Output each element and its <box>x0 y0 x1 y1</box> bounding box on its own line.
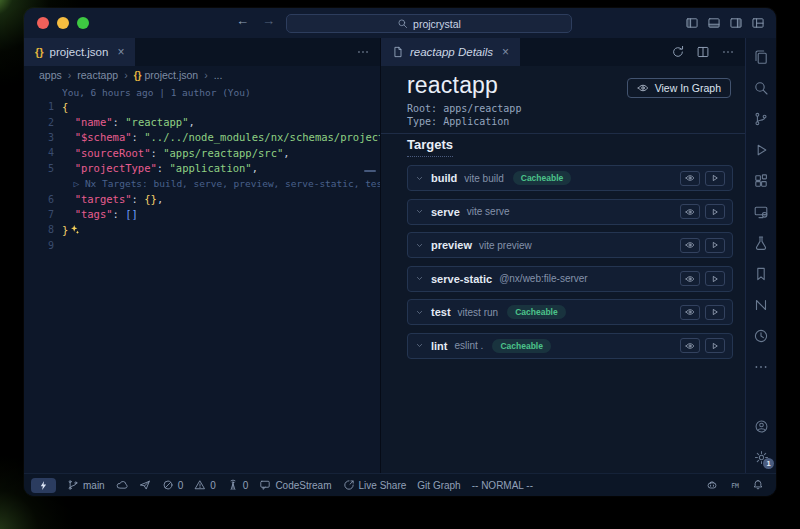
status-git-branch[interactable]: main <box>67 479 105 491</box>
activity-run-debug[interactable] <box>746 134 776 165</box>
refresh-icon[interactable] <box>671 45 685 59</box>
show-config-button[interactable] <box>680 171 700 186</box>
split-editor-icon[interactable] <box>696 45 710 59</box>
minimize-window-button[interactable] <box>57 17 69 29</box>
chevron-down-icon[interactable] <box>415 308 424 317</box>
code-line: 8} <box>24 222 380 237</box>
status-bird[interactable] <box>139 479 151 491</box>
target-row-test[interactable]: testvitest runCacheable <box>407 299 733 325</box>
show-config-button[interactable] <box>680 338 700 353</box>
view-in-graph-button[interactable]: View In Graph <box>627 78 731 98</box>
status-label: 0 <box>178 480 184 491</box>
show-config-button[interactable] <box>680 204 700 219</box>
activity-remote-explorer[interactable] <box>746 196 776 227</box>
status-fm[interactable]: FM <box>729 479 741 491</box>
status-radio-tower[interactable]: 0 <box>227 479 249 491</box>
status-copilot[interactable] <box>706 479 718 491</box>
activity-source-control[interactable] <box>746 103 776 134</box>
more-icon[interactable] <box>721 45 735 59</box>
layout-panel-icon[interactable] <box>707 16 721 30</box>
history-icon <box>753 328 769 344</box>
target-row-lint[interactable]: linteslint .Cacheable <box>407 333 733 359</box>
code-line: 9 <box>24 238 380 253</box>
status-normal[interactable]: -- NORMAL -- <box>472 480 533 491</box>
activity-extensions[interactable] <box>746 165 776 196</box>
code-token: "tags" <box>75 208 113 220</box>
command-center-search[interactable]: projcrystal <box>286 14 572 33</box>
status-git-graph[interactable]: Git Graph <box>417 480 460 491</box>
activity-settings-gear[interactable]: 1 <box>746 442 776 473</box>
zoom-window-button[interactable] <box>77 17 89 29</box>
sparkle-icon[interactable] <box>69 224 80 235</box>
tab-reactapp-details[interactable]: reactapp Details × <box>381 38 520 66</box>
chevron-down-icon[interactable] <box>415 207 424 216</box>
radio-tower-icon <box>227 479 239 491</box>
activity-bookmarks[interactable] <box>746 258 776 289</box>
run-target-button[interactable] <box>705 171 725 186</box>
target-actions <box>680 271 725 286</box>
run-target-button[interactable] <box>705 204 725 219</box>
layout-sidebar-left-icon[interactable] <box>685 16 699 30</box>
target-row-preview[interactable]: previewvite preview <box>407 232 733 258</box>
target-row-serve[interactable]: servevite serve <box>407 199 733 225</box>
close-window-button[interactable] <box>37 17 49 29</box>
status-error[interactable]: 0 <box>162 479 184 491</box>
run-target-button[interactable] <box>705 305 725 320</box>
run-target-button[interactable] <box>705 271 725 286</box>
project-root-line: Root: apps/reactapp <box>407 102 745 115</box>
breadcrumb-separator: › <box>204 69 208 81</box>
close-tab-icon[interactable]: × <box>117 45 124 59</box>
activity-more[interactable] <box>746 351 776 382</box>
play-icon <box>710 207 720 217</box>
run-target-button[interactable] <box>705 238 725 253</box>
status-live-share[interactable]: Live Share <box>343 479 407 491</box>
show-config-button[interactable] <box>680 238 700 253</box>
target-name: build <box>431 172 457 184</box>
remote-explorer-icon <box>753 204 769 220</box>
breadcrumb-item[interactable]: apps <box>39 69 62 81</box>
code-line-body: "tags": [] <box>62 208 138 220</box>
navigate-back-icon[interactable]: ← <box>236 13 249 28</box>
nx-targets-inline-hint[interactable]: ▷ Nx Targets: build, serve, preview, ser… <box>62 178 380 189</box>
status-cloud[interactable] <box>116 479 128 491</box>
json-braces-icon: {} <box>35 46 44 58</box>
breadcrumb-item[interactable]: ... <box>214 69 223 81</box>
chevron-down-icon[interactable] <box>415 174 424 183</box>
show-config-button[interactable] <box>680 305 700 320</box>
layout-sidebar-right-icon[interactable] <box>729 16 743 30</box>
code-token: "projectType" <box>75 162 157 174</box>
breadcrumb-item-label: reactapp <box>77 69 118 81</box>
status-bell[interactable] <box>752 479 764 491</box>
target-row-serve-static[interactable]: serve-static@nx/web:file-server <box>407 266 733 292</box>
status-warning[interactable]: 0 <box>194 479 216 491</box>
target-row-build[interactable]: buildvite buildCacheable <box>407 165 733 191</box>
close-tab-icon[interactable]: × <box>502 45 509 59</box>
activity-history[interactable] <box>746 320 776 351</box>
activity-account[interactable] <box>746 411 776 442</box>
svg-text:FM: FM <box>731 482 739 490</box>
run-target-button[interactable] <box>705 338 725 353</box>
navigate-forward-icon[interactable]: → <box>262 13 275 28</box>
target-name: serve-static <box>431 273 492 285</box>
chevron-down-icon[interactable] <box>415 341 424 350</box>
search-icon <box>753 80 769 96</box>
activity-testing[interactable] <box>746 227 776 258</box>
code-line-body: "projectType": "application", <box>62 162 258 174</box>
show-config-button[interactable] <box>680 271 700 286</box>
more-actions-icon[interactable] <box>356 45 370 59</box>
status-zap[interactable] <box>31 478 56 493</box>
activity-explorer[interactable] <box>746 41 776 72</box>
activity-search[interactable] <box>746 72 776 103</box>
status-label: Git Graph <box>417 480 460 491</box>
status-codestream[interactable]: CodeStream <box>259 479 331 491</box>
activity-nx-console[interactable] <box>746 289 776 320</box>
breadcrumb-item[interactable]: {}project.json <box>134 69 199 81</box>
breadcrumb-item[interactable]: reactapp <box>77 69 118 81</box>
title-bar: ← → projcrystal <box>24 8 776 38</box>
command-center-search-value: projcrystal <box>413 18 461 30</box>
layout-customize-icon[interactable] <box>751 16 765 30</box>
tab-project-json[interactable]: {} project.json × <box>24 38 135 66</box>
code-editor[interactable]: You, 6 hours ago | 1 author (You) 1{2 "n… <box>24 84 380 473</box>
chevron-down-icon[interactable] <box>415 274 424 283</box>
chevron-down-icon[interactable] <box>415 241 424 250</box>
